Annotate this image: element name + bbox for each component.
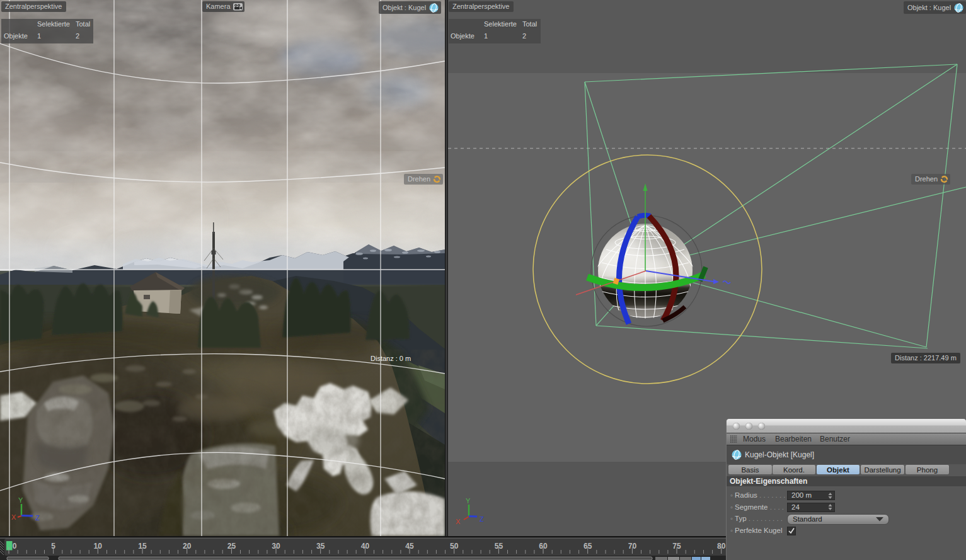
svg-text:Z: Z — [35, 514, 40, 522]
svg-text:Y: Y — [466, 497, 471, 505]
svg-text:0: 0 — [13, 542, 17, 551]
svg-text:Z: Z — [480, 515, 484, 523]
svg-text:X: X — [11, 513, 16, 521]
svg-text:X: X — [456, 518, 461, 525]
svg-text:Y: Y — [18, 496, 23, 504]
